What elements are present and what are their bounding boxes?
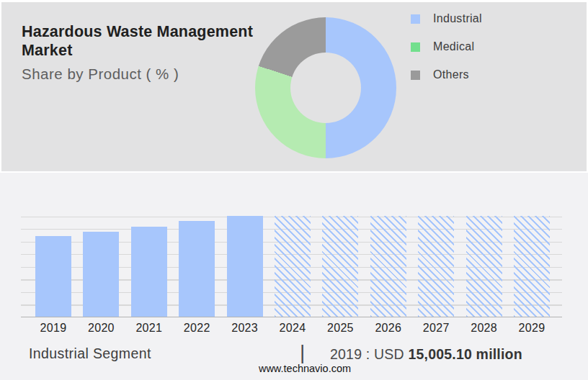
donut-chart xyxy=(255,17,396,158)
website-url: www.technavio.com xyxy=(0,363,588,374)
segment-caption: Industrial Segment xyxy=(29,345,151,362)
donut-hole xyxy=(290,53,361,123)
legend-label: Industrial xyxy=(433,12,482,25)
x-tick-2020: 2020 xyxy=(79,322,122,335)
bar-2021 xyxy=(131,227,167,317)
bar-2019 xyxy=(35,236,71,317)
medical-swatch-icon xyxy=(411,42,420,52)
bar-2020 xyxy=(83,232,119,317)
legend-item-others: Others xyxy=(411,69,482,81)
legend-label: Medical xyxy=(433,40,474,53)
legend-item-medical: Medical xyxy=(411,41,482,53)
bar-2028-forecast xyxy=(466,216,502,317)
bar-2029-forecast xyxy=(514,216,550,317)
x-tick-2026: 2026 xyxy=(367,322,410,335)
page-title: Hazardous Waste Management Market xyxy=(22,22,267,60)
legend-label: Others xyxy=(433,68,469,81)
caption-separator: | xyxy=(300,341,305,364)
legend-item-industrial: Industrial xyxy=(411,13,482,24)
donut-legend: Industrial Medical Others xyxy=(411,13,482,81)
industrial-swatch-icon xyxy=(411,14,420,24)
value-amount: 15,005.10 million xyxy=(408,346,522,362)
bar-2027-forecast xyxy=(418,216,454,317)
others-swatch-icon xyxy=(411,71,420,80)
bar-2022 xyxy=(179,221,215,317)
x-tick-2028: 2028 xyxy=(463,322,506,335)
bar-chart-panel: 2019202020212022202320242025202620272028… xyxy=(0,173,588,380)
x-tick-2023: 2023 xyxy=(223,322,267,335)
market-value-caption: 2019 : USD 15,005.10 million xyxy=(330,346,522,363)
bar-2023 xyxy=(227,216,263,317)
bar-2026-forecast xyxy=(370,216,406,317)
page-subtitle: Share by Product ( % ) xyxy=(22,65,267,83)
x-tick-2027: 2027 xyxy=(414,322,458,335)
x-tick-2021: 2021 xyxy=(128,322,171,335)
infographic-root: { "header": { "title": "Hazardous Waste … xyxy=(0,0,588,380)
bar-2024-forecast xyxy=(275,216,311,317)
x-tick-2025: 2025 xyxy=(318,322,362,335)
x-tick-2022: 2022 xyxy=(175,322,218,335)
x-tick-2024: 2024 xyxy=(271,322,314,335)
bar-chart-plot xyxy=(21,217,562,317)
x-tick-2019: 2019 xyxy=(32,322,75,335)
header-panel: Hazardous Waste Management Market Share … xyxy=(1,2,587,171)
bar-2025-forecast xyxy=(322,216,358,317)
x-tick-2029: 2029 xyxy=(510,322,553,335)
value-prefix: 2019 : USD xyxy=(330,346,408,362)
x-axis-labels: 2019202020212022202320242025202620272028… xyxy=(21,322,562,338)
